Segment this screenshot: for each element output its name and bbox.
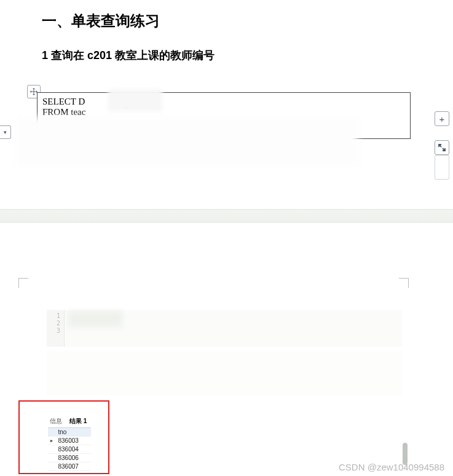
editor-empty-area	[47, 351, 402, 396]
code-editor: 1 2 3	[47, 310, 402, 347]
tab-info[interactable]: 信息	[48, 416, 64, 426]
editor-code-area[interactable]	[64, 310, 402, 347]
expand-button[interactable]	[435, 140, 449, 155]
question-number: 1	[42, 49, 48, 61]
page-margin-corner	[399, 278, 409, 288]
line-number: 2	[47, 320, 60, 327]
question-text: 查询在 c201 教室上课的教师编号	[48, 49, 215, 61]
chevron-down-icon: ▾	[4, 129, 7, 135]
question-heading: 1 查询在 c201 教室上课的教师编号	[42, 48, 453, 63]
result-tabs: 信息 结果 1	[48, 416, 91, 428]
tab-result[interactable]: 结果 1	[68, 416, 89, 426]
obscured-region	[108, 89, 162, 111]
result-cell[interactable]: 836004	[56, 445, 92, 454]
expand-icon	[438, 143, 446, 152]
line-number: 1	[47, 312, 60, 320]
left-dropdown[interactable]: ▾	[0, 125, 11, 139]
editor-gutter: 1 2 3	[47, 310, 64, 337]
page-divider	[0, 209, 453, 223]
section-heading: 一、单表查询练习	[42, 11, 453, 31]
result-table: tno ▸836003 836004 836006 836007	[48, 428, 91, 471]
watermark: CSDN @zew1040994588	[339, 462, 444, 472]
add-button[interactable]: +	[435, 111, 449, 126]
obscured-region	[68, 311, 122, 327]
result-highlight-box: 信息 结果 1 tno ▸836003 836004 836006 836007	[18, 400, 109, 474]
page-margin-corner	[18, 278, 28, 288]
sql-line-1a: SELECT D	[42, 97, 85, 106]
result-cell[interactable]: 836003	[56, 437, 92, 445]
sql-line-2: FROM teac	[42, 107, 405, 117]
result-header: tno	[56, 428, 92, 437]
result-cell[interactable]: 836007	[56, 462, 92, 471]
plus-icon: +	[439, 114, 445, 124]
side-dock-panel[interactable]	[435, 155, 449, 180]
line-number: 3	[47, 327, 60, 335]
result-cell[interactable]: 836006	[56, 454, 92, 462]
obscured-region	[14, 117, 358, 166]
